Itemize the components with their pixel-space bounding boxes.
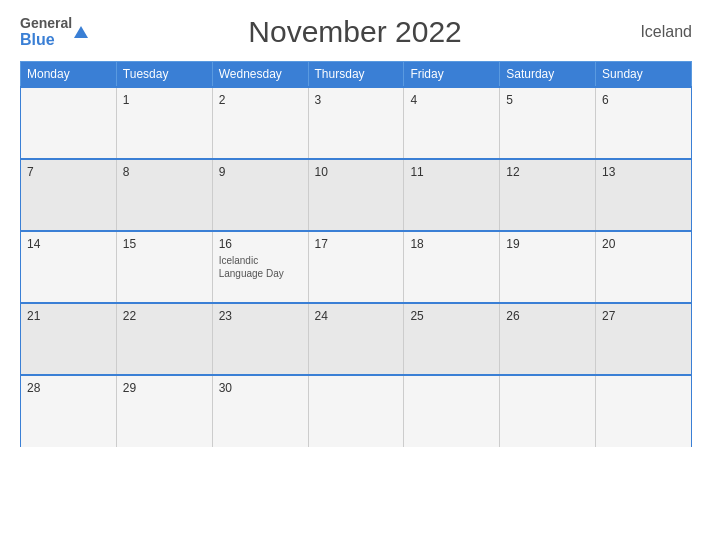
day-event: Icelandic Language Day <box>219 254 302 280</box>
col-saturday: Saturday <box>500 62 596 88</box>
day-number: 17 <box>315 237 398 251</box>
calendar-title: November 2022 <box>88 15 622 49</box>
calendar-day-cell: 27 <box>596 303 692 375</box>
calendar-day-cell: 22 <box>116 303 212 375</box>
day-number: 12 <box>506 165 589 179</box>
calendar-week-row: 78910111213 <box>21 159 692 231</box>
calendar-day-cell: 16Icelandic Language Day <box>212 231 308 303</box>
day-number: 16 <box>219 237 302 251</box>
day-number: 29 <box>123 381 206 395</box>
calendar-day-cell: 18 <box>404 231 500 303</box>
col-tuesday: Tuesday <box>116 62 212 88</box>
day-number: 19 <box>506 237 589 251</box>
day-number: 9 <box>219 165 302 179</box>
day-number: 14 <box>27 237 110 251</box>
day-number: 10 <box>315 165 398 179</box>
day-number: 7 <box>27 165 110 179</box>
calendar-day-cell <box>404 375 500 447</box>
calendar-body: 12345678910111213141516Icelandic Languag… <box>21 87 692 447</box>
calendar-week-row: 282930 <box>21 375 692 447</box>
calendar-day-cell: 21 <box>21 303 117 375</box>
calendar-week-row: 141516Icelandic Language Day17181920 <box>21 231 692 303</box>
calendar-day-cell: 12 <box>500 159 596 231</box>
calendar-week-row: 21222324252627 <box>21 303 692 375</box>
day-number: 22 <box>123 309 206 323</box>
day-number: 11 <box>410 165 493 179</box>
day-number: 20 <box>602 237 685 251</box>
logo-general-text: General <box>20 16 72 31</box>
day-number: 4 <box>410 93 493 107</box>
calendar-day-cell: 4 <box>404 87 500 159</box>
col-thursday: Thursday <box>308 62 404 88</box>
calendar-header: General Blue November 2022 Iceland <box>20 15 692 49</box>
day-number: 13 <box>602 165 685 179</box>
calendar-day-cell <box>500 375 596 447</box>
calendar-table: Monday Tuesday Wednesday Thursday Friday… <box>20 61 692 447</box>
calendar-day-cell: 20 <box>596 231 692 303</box>
logo-triangle-icon <box>74 26 88 38</box>
calendar-day-cell: 30 <box>212 375 308 447</box>
calendar-day-cell: 7 <box>21 159 117 231</box>
col-friday: Friday <box>404 62 500 88</box>
calendar-day-cell: 29 <box>116 375 212 447</box>
calendar-day-cell: 28 <box>21 375 117 447</box>
calendar-day-cell: 15 <box>116 231 212 303</box>
calendar-day-cell: 3 <box>308 87 404 159</box>
calendar-day-cell: 14 <box>21 231 117 303</box>
calendar-day-cell <box>308 375 404 447</box>
day-number: 3 <box>315 93 398 107</box>
calendar-day-cell: 24 <box>308 303 404 375</box>
logo: General Blue <box>20 16 88 49</box>
calendar-day-cell: 1 <box>116 87 212 159</box>
calendar-day-cell: 5 <box>500 87 596 159</box>
calendar-day-cell: 25 <box>404 303 500 375</box>
day-number: 18 <box>410 237 493 251</box>
day-number: 23 <box>219 309 302 323</box>
calendar-day-cell <box>596 375 692 447</box>
day-number: 8 <box>123 165 206 179</box>
day-number: 1 <box>123 93 206 107</box>
day-number: 28 <box>27 381 110 395</box>
day-number: 5 <box>506 93 589 107</box>
calendar-day-cell: 8 <box>116 159 212 231</box>
col-monday: Monday <box>21 62 117 88</box>
day-number: 6 <box>602 93 685 107</box>
calendar-day-cell: 2 <box>212 87 308 159</box>
calendar-day-cell <box>21 87 117 159</box>
col-sunday: Sunday <box>596 62 692 88</box>
day-number: 15 <box>123 237 206 251</box>
country-name: Iceland <box>622 23 692 41</box>
calendar-page: General Blue November 2022 Iceland Monda… <box>0 0 712 550</box>
weekday-header-row: Monday Tuesday Wednesday Thursday Friday… <box>21 62 692 88</box>
day-number: 2 <box>219 93 302 107</box>
day-number: 26 <box>506 309 589 323</box>
col-wednesday: Wednesday <box>212 62 308 88</box>
day-number: 25 <box>410 309 493 323</box>
logo-blue-text: Blue <box>20 31 72 49</box>
calendar-day-cell: 9 <box>212 159 308 231</box>
calendar-week-row: 123456 <box>21 87 692 159</box>
day-number: 30 <box>219 381 302 395</box>
calendar-day-cell: 19 <box>500 231 596 303</box>
calendar-day-cell: 23 <box>212 303 308 375</box>
day-number: 21 <box>27 309 110 323</box>
calendar-day-cell: 11 <box>404 159 500 231</box>
calendar-day-cell: 17 <box>308 231 404 303</box>
calendar-day-cell: 6 <box>596 87 692 159</box>
calendar-day-cell: 10 <box>308 159 404 231</box>
day-number: 27 <box>602 309 685 323</box>
day-number: 24 <box>315 309 398 323</box>
calendar-day-cell: 26 <box>500 303 596 375</box>
calendar-day-cell: 13 <box>596 159 692 231</box>
